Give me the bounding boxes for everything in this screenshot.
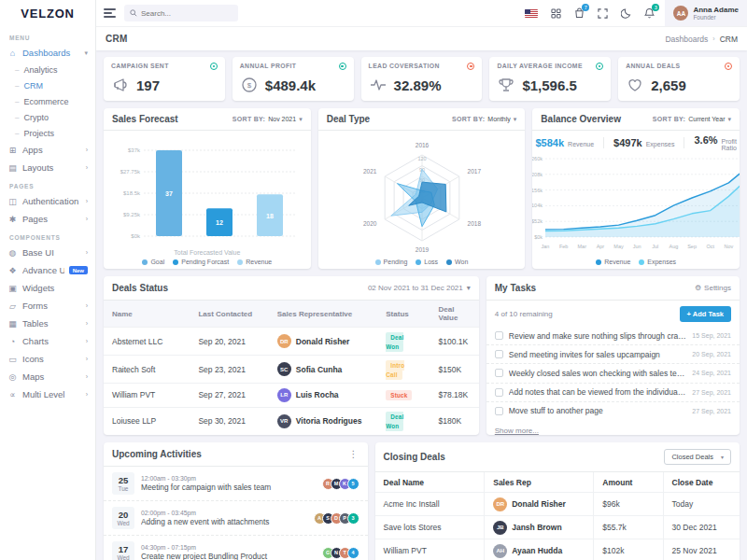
user-role: Founder: [693, 14, 739, 21]
cart-badge: 7: [582, 4, 589, 11]
svg-text:$9.25k: $9.25k: [123, 212, 141, 217]
task-item: Review and make sure nothing slips throu…: [486, 327, 740, 344]
multi-level-icon: ∝: [7, 390, 18, 399]
kebab-menu-icon[interactable]: ⋮: [349, 449, 359, 459]
new-badge: New: [69, 266, 88, 274]
kpi-value: 197: [136, 77, 160, 93]
column-header: Deal Value: [430, 301, 479, 328]
sidebar-item-forms[interactable]: ▱Forms›: [0, 297, 95, 315]
balance-stat: $584kRevenue: [532, 137, 604, 148]
search-input[interactable]: [141, 9, 233, 18]
svg-text:May: May: [614, 244, 625, 249]
dark-mode-icon[interactable]: [621, 8, 631, 19]
tasks-settings-button[interactable]: ⚙Settings: [695, 284, 731, 292]
table-row: Save lots StoresJBJansh Brown$55.7k30 De…: [375, 516, 740, 539]
legend-item: Goal: [142, 259, 164, 265]
balance-overview-sort[interactable]: SORT BY:Current Year▾: [653, 116, 731, 123]
sidebar-item-advance-ui[interactable]: ❖Advance UINew: [0, 261, 95, 279]
task-checkbox[interactable]: [495, 407, 503, 415]
task-item: Send meeting invites for sales upcampaig…: [486, 344, 740, 363]
deals-status-table: NameLast ContactedSales RepresentativeSt…: [104, 301, 479, 435]
line-chart-legend: RevenueExpenses: [596, 259, 676, 265]
sidebar-item-maps[interactable]: ◎Maps›: [0, 368, 95, 385]
column-header: Close Date: [663, 472, 740, 493]
svg-text:2016: 2016: [415, 142, 429, 148]
deal-type-sort[interactable]: SORT BY:Monthly▾: [452, 116, 516, 123]
svg-text:2020: 2020: [362, 220, 376, 227]
cart-icon[interactable]: 7: [574, 7, 585, 19]
bottom-row: Upcoming Activities ⋮ 25Tue12:00am - 03:…: [104, 442, 740, 560]
search-icon: [130, 9, 137, 17]
sidebar-item-widgets[interactable]: ▣Widgets: [0, 279, 95, 297]
tasks-list: Review and make sure nothing slips throu…: [486, 327, 740, 420]
chevron-right-icon: ›: [86, 147, 88, 153]
table-row: William PVTSep 27, 2021LRLuis RochaStuck…: [104, 384, 479, 407]
deal-type-card: Deal Type SORT BY:Monthly▾ 2016201720182…: [318, 108, 526, 269]
avatar: AH: [493, 544, 507, 558]
svg-text:$37k: $37k: [128, 147, 141, 153]
add-task-button[interactable]: + Add Task: [680, 306, 731, 322]
task-checkbox[interactable]: [495, 331, 503, 340]
legend-item: Won: [446, 259, 468, 265]
svg-text:Mar: Mar: [578, 244, 587, 249]
kpi-label: ANNUAL PROFIT: [240, 63, 297, 69]
sidebar-subitem-projects[interactable]: –Projects: [0, 125, 95, 141]
kpi-label: CAMPAIGN SENT: [111, 63, 169, 69]
sidebar-item-tables[interactable]: ▦Tables›: [0, 315, 95, 332]
sidebar-subitem-ecommerce[interactable]: –Ecommerce: [0, 93, 95, 109]
deal-type-radar-chart: 2016201720182019202020210306090120: [329, 142, 515, 256]
avatar: JB: [493, 521, 507, 535]
task-checkbox[interactable]: [495, 369, 503, 377]
chevron-down-icon: ▾: [467, 284, 471, 292]
sidebar-item-dashboards[interactable]: ⌂Dashboards▾: [0, 44, 95, 62]
breadcrumb-dashboards[interactable]: Dashboards: [665, 35, 708, 44]
legend-item: Revenue: [596, 259, 630, 265]
task-checkbox[interactable]: [495, 388, 503, 397]
kpi-card-1: ANNUAL PROFIT$$489.4k: [233, 57, 354, 101]
deals-period-select[interactable]: 02 Nov 2021 to 31 Dec 2021▾: [368, 284, 471, 292]
app-logo[interactable]: VELZON: [0, 0, 95, 26]
sales-forecast-sort[interactable]: SORT BY:Nov 2021▾: [233, 116, 303, 123]
sidebar-item-pages[interactable]: ✱Pages›: [0, 210, 95, 228]
sidebar-item-charts[interactable]: ◔Charts›: [0, 332, 95, 350]
apps-grid-icon[interactable]: [551, 8, 561, 19]
language-flag-icon[interactable]: [525, 9, 538, 18]
status-indicator-icon: [596, 63, 603, 70]
fullscreen-icon[interactable]: [598, 8, 608, 19]
svg-text:12: 12: [216, 219, 223, 226]
legend-item: Expenses: [639, 259, 676, 265]
status-indicator-icon: [339, 63, 346, 70]
sidebar-item-icons[interactable]: ▭Icons›: [0, 350, 95, 368]
sidebar-subitem-crm[interactable]: –CRM: [0, 77, 95, 93]
avatar: LR: [277, 388, 291, 402]
avatar-group: ASDP3: [314, 512, 359, 525]
svg-text:Apr: Apr: [597, 244, 605, 249]
sidebar-item-base-ui[interactable]: ◍Base UI›: [0, 244, 95, 261]
chevron-right-icon: ›: [86, 373, 88, 380]
sidebar-item-multi-level[interactable]: ∝Multi Level›: [0, 385, 95, 403]
show-more-link[interactable]: Show more...: [486, 423, 547, 435]
task-item: Move stuff to another page27 Sep, 2021: [486, 401, 740, 420]
upcoming-activities-title: Upcoming Activities: [112, 449, 202, 459]
activity-item: 17Wed04:30pm - 07:15pmCreate new project…: [104, 535, 368, 560]
sidebar-subitem-crypto[interactable]: –Crypto: [0, 109, 95, 125]
kpi-label: DAILY AVERAGE INCOME: [497, 63, 582, 69]
sidebar-item-layouts[interactable]: ▤Layouts›: [0, 159, 95, 176]
search-box[interactable]: [124, 5, 238, 21]
dollar-icon: $: [240, 76, 259, 94]
sidebar-subitem-analytics[interactable]: –Analytics: [0, 62, 95, 77]
sidebar-item-apps[interactable]: ⊞Apps›: [0, 141, 95, 159]
charts-row: Sales Forecast SORT BY:Nov 2021▾ $0k$9.2…: [104, 108, 740, 269]
status-indicator-icon: [210, 63, 218, 70]
chevron-right-icon: ›: [86, 216, 88, 222]
chevron-right-icon: ›: [86, 356, 88, 362]
status-indicator-icon: [725, 63, 732, 70]
sidebar-item-authentication[interactable]: ◫Authentication›: [0, 192, 95, 210]
task-checkbox[interactable]: [495, 350, 503, 358]
notifications-bell-icon[interactable]: 3: [644, 7, 655, 19]
closing-deals-filter[interactable]: Closed Deals▾: [664, 449, 731, 465]
menu-toggle-icon[interactable]: [104, 7, 116, 21]
status-badge: Stuck: [386, 390, 412, 400]
forms-icon: ▱: [7, 301, 18, 311]
user-menu[interactable]: AA Anna Adame Founder: [665, 0, 747, 26]
